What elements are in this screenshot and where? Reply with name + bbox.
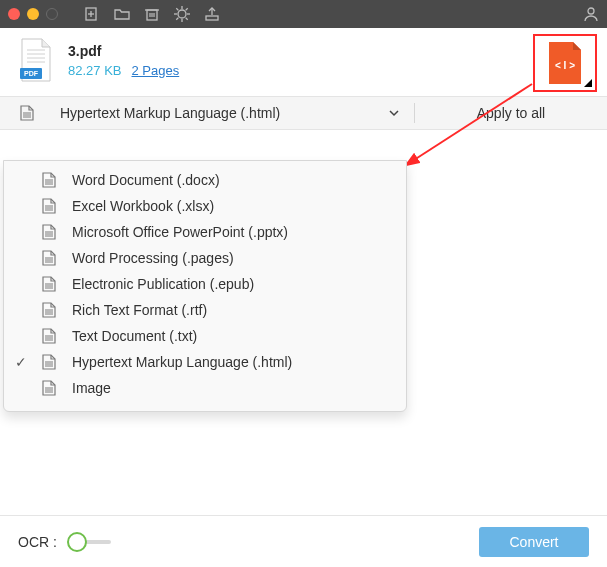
format-selected-label: Hypertext Markup Language (.html) bbox=[60, 105, 280, 121]
format-select-bar: Hypertext Markup Language (.html) Apply … bbox=[0, 96, 607, 130]
account-icon[interactable] bbox=[583, 6, 599, 22]
dropdown-item-label: Electronic Publication (.epub) bbox=[72, 276, 254, 292]
format-dropdown: Word Document (.docx)Excel Workbook (.xl… bbox=[3, 160, 407, 412]
dropdown-item-label: Text Document (.txt) bbox=[72, 328, 197, 344]
dropdown-item[interactable]: Excel Workbook (.xlsx) bbox=[4, 193, 406, 219]
file-type-icon bbox=[42, 328, 58, 344]
file-type-icon bbox=[42, 250, 58, 266]
file-type-icon bbox=[42, 302, 58, 318]
file-type-icon bbox=[42, 198, 58, 214]
svg-text:< I >: < I > bbox=[555, 60, 575, 71]
footer: OCR : Convert bbox=[0, 515, 607, 567]
ocr-toggle[interactable] bbox=[67, 532, 111, 552]
convert-button[interactable]: Convert bbox=[479, 527, 589, 557]
main-content: PDF 3.pdf 82.27 KB 2 Pages < I > bbox=[0, 28, 607, 567]
format-select[interactable]: Hypertext Markup Language (.html) bbox=[54, 97, 414, 129]
dropdown-item[interactable]: Rich Text Format (.rtf) bbox=[4, 297, 406, 323]
chevron-down-icon bbox=[388, 107, 400, 119]
apply-to-all-label: Apply to all bbox=[477, 105, 545, 121]
dropdown-item[interactable]: Image bbox=[4, 375, 406, 401]
file-type-icon bbox=[42, 172, 58, 188]
pdf-file-icon: PDF bbox=[18, 38, 54, 82]
pages-link[interactable]: 2 Pages bbox=[132, 63, 180, 78]
add-file-icon[interactable] bbox=[84, 6, 100, 22]
file-row: PDF 3.pdf 82.27 KB 2 Pages bbox=[0, 28, 607, 88]
file-type-icon bbox=[42, 276, 58, 292]
titlebar bbox=[0, 0, 607, 28]
file-type-icon bbox=[42, 380, 58, 396]
svg-line-15 bbox=[176, 18, 178, 20]
svg-text:PDF: PDF bbox=[24, 70, 39, 77]
svg-line-13 bbox=[176, 8, 178, 10]
folder-icon[interactable] bbox=[114, 6, 130, 22]
dropdown-item-label: Word Document (.docx) bbox=[72, 172, 220, 188]
dropdown-item[interactable]: Electronic Publication (.epub) bbox=[4, 271, 406, 297]
export-icon[interactable] bbox=[204, 6, 220, 22]
dropdown-item-label: Image bbox=[72, 380, 111, 396]
zoom-window-button[interactable] bbox=[46, 8, 58, 20]
dropdown-item[interactable]: Word Processing (.pages) bbox=[4, 245, 406, 271]
dropdown-item-label: Microsoft Office PowerPoint (.pptx) bbox=[72, 224, 288, 240]
dropdown-item[interactable]: ✓Hypertext Markup Language (.html) bbox=[4, 349, 406, 375]
svg-point-19 bbox=[588, 8, 594, 14]
dropdown-item[interactable]: Word Document (.docx) bbox=[4, 167, 406, 193]
dropdown-item-label: Rich Text Format (.rtf) bbox=[72, 302, 207, 318]
svg-rect-17 bbox=[206, 16, 218, 20]
file-size: 82.27 KB bbox=[68, 63, 122, 78]
format-file-icon bbox=[0, 97, 54, 129]
file-type-icon bbox=[42, 224, 58, 240]
apply-to-all-button[interactable]: Apply to all bbox=[415, 97, 607, 129]
trash-icon[interactable] bbox=[144, 6, 160, 22]
svg-line-14 bbox=[186, 18, 188, 20]
check-icon: ✓ bbox=[14, 354, 28, 370]
dropdown-item-label: Word Processing (.pages) bbox=[72, 250, 234, 266]
gear-icon[interactable] bbox=[174, 6, 190, 22]
close-window-button[interactable] bbox=[8, 8, 20, 20]
dropdown-item-label: Excel Workbook (.xlsx) bbox=[72, 198, 214, 214]
svg-point-8 bbox=[178, 10, 186, 18]
window-controls bbox=[8, 8, 58, 20]
minimize-window-button[interactable] bbox=[27, 8, 39, 20]
dropdown-item[interactable]: Microsoft Office PowerPoint (.pptx) bbox=[4, 219, 406, 245]
file-name: 3.pdf bbox=[68, 43, 179, 59]
svg-line-16 bbox=[186, 8, 188, 10]
dropdown-item-label: Hypertext Markup Language (.html) bbox=[72, 354, 292, 370]
file-type-icon bbox=[42, 354, 58, 370]
output-format-thumb[interactable]: < I > bbox=[533, 34, 597, 92]
ocr-label: OCR : bbox=[18, 534, 57, 550]
dropdown-item[interactable]: Text Document (.txt) bbox=[4, 323, 406, 349]
